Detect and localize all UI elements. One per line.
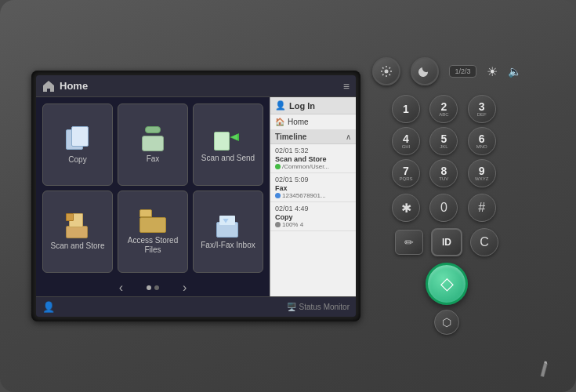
- entry-0-detail-text: /Common/User...: [282, 163, 329, 170]
- key-9[interactable]: 9 WXYZ: [468, 159, 496, 187]
- scan-store-icon: [64, 213, 91, 238]
- sidebar-entry-2[interactable]: 02/01 4:49 Copy 100% 4: [270, 202, 356, 231]
- gear-icon: [380, 65, 393, 78]
- key-1-number: 1: [403, 103, 409, 114]
- entry-1-detail: 12345678901...: [275, 192, 351, 199]
- key-star[interactable]: ✱: [392, 194, 420, 222]
- key-6-letters: MNO: [476, 144, 487, 149]
- entry-1-name: Fax: [275, 184, 351, 192]
- svg-marker-1: [231, 134, 237, 140]
- scan-send-icon: [214, 127, 242, 151]
- svg-point-2: [385, 70, 389, 74]
- keypad-area: 1/2/3 ☀ 🔈 1 2 ABC 3 DEF 4 GHI: [360, 49, 533, 343]
- menu-icon[interactable]: ≡: [343, 80, 350, 93]
- stop-button[interactable]: ⬡: [434, 310, 459, 335]
- sidebar-panel: 👤 Log In 🏠 Home Timeline ∧ 02/01 5:32 Sc…: [270, 97, 356, 296]
- tile-scan-send[interactable]: Scan and Send: [193, 103, 263, 186]
- tile-access-stored-label: Access Stored Files: [118, 236, 187, 255]
- person-icon: 👤: [275, 100, 286, 111]
- id-button[interactable]: ID: [431, 228, 462, 256]
- key-3-letters: DEF: [477, 112, 487, 117]
- key-5[interactable]: 5 JKL: [429, 127, 458, 155]
- power-button[interactable]: [411, 57, 439, 85]
- entry-0-dot: [275, 164, 281, 169]
- key-2[interactable]: 2 ABC: [429, 95, 458, 123]
- screen: Home ≡ Cop: [36, 75, 356, 317]
- key-3-number: 3: [479, 101, 485, 112]
- key-7-number: 7: [403, 165, 409, 176]
- tile-row-2: Scan and Store Access Stored Files: [42, 191, 263, 273]
- tile-access-stored[interactable]: Access Stored Files: [118, 191, 188, 273]
- header-title: Home: [60, 80, 343, 92]
- special-keys: ✱ 0 #: [392, 194, 502, 222]
- volume-icon: 🔈: [508, 65, 521, 78]
- entry-2-name: Copy: [275, 213, 351, 221]
- tile-copy[interactable]: Copy: [42, 103, 113, 186]
- entry-1-time: 02/01 5:09: [275, 176, 351, 183]
- screen-footer: 👤 🖥️ Status Monitor: [36, 296, 356, 317]
- key-8[interactable]: 8 TUV: [429, 159, 458, 187]
- nav-next-arrow[interactable]: ›: [175, 281, 194, 295]
- key-7[interactable]: 7 PQRS: [392, 159, 420, 187]
- start-icon: ◇: [440, 274, 454, 294]
- tile-grid: Copy Fax: [36, 97, 270, 279]
- entry-2-time: 02/01 4:49: [275, 205, 351, 212]
- keypad-top-row: 1/2/3 ☀ 🔈: [372, 57, 521, 85]
- key-hash[interactable]: #: [468, 194, 496, 222]
- tile-scan-store-label: Scan and Store: [51, 241, 105, 251]
- start-button[interactable]: ◇: [426, 263, 468, 305]
- tile-scan-store[interactable]: Scan and Store: [42, 191, 113, 273]
- sidebar-entry-1[interactable]: 02/01 5:09 Fax 12345678901...: [270, 173, 356, 202]
- entry-0-detail: /Common/User...: [275, 163, 351, 170]
- printer-body: Home ≡ Cop: [0, 0, 576, 392]
- login-label: Log In: [289, 101, 315, 111]
- entry-1-dot: [275, 193, 281, 198]
- nav-prev-arrow[interactable]: ‹: [111, 281, 131, 295]
- key-4[interactable]: 4 GHI: [392, 127, 420, 155]
- status-monitor-label: Status Monitor: [299, 303, 350, 311]
- settings-button[interactable]: [372, 57, 400, 85]
- entry-1-detail-text: 12345678901...: [282, 192, 326, 199]
- moon-icon: [418, 65, 431, 78]
- tile-fax[interactable]: Fax: [118, 103, 188, 186]
- pencil-button[interactable]: ✏: [395, 230, 423, 255]
- key-5-letters: JKL: [440, 144, 447, 149]
- nav-dot-1: [147, 285, 151, 290]
- key-7-letters: PQRS: [399, 176, 412, 181]
- tile-scan-send-label: Scan and Send: [201, 154, 255, 163]
- tile-fax-inbox-label: Fax/I-Fax Inbox: [201, 241, 255, 250]
- sidebar-timeline-header: Timeline ∧: [270, 130, 356, 144]
- nav-dot-2: [154, 285, 159, 290]
- sidebar-entry-0[interactable]: 02/01 5:32 Scan and Store /Common/User..…: [270, 144, 356, 173]
- screen-header: Home ≡: [36, 75, 356, 97]
- collapse-icon[interactable]: ∧: [346, 132, 351, 141]
- bottom-decoration: [533, 358, 556, 383]
- sidebar-home[interactable]: 🏠 Home: [270, 114, 356, 130]
- entry-2-detail: 100% 4: [275, 221, 351, 228]
- screen-container: Home ≡ Cop: [31, 71, 360, 321]
- entry-0-name: Scan and Store: [275, 155, 351, 163]
- key-2-number: 2: [440, 101, 447, 112]
- copy-icon: [64, 125, 91, 152]
- entry-2-dot: [275, 222, 281, 227]
- tile-fax-inbox[interactable]: Fax/I-Fax Inbox: [193, 191, 263, 273]
- start-stop-area: ◇ ⬡: [426, 263, 468, 335]
- clear-button[interactable]: C: [470, 228, 498, 256]
- key-3[interactable]: 3 DEF: [468, 95, 496, 123]
- key-1[interactable]: 1: [392, 95, 420, 123]
- brightness-icon: ☀: [487, 64, 498, 79]
- status-indicator: 1/2/3: [449, 65, 476, 78]
- access-stored-icon: [139, 209, 166, 233]
- user-icon: 👤: [42, 301, 55, 313]
- key-4-number: 4: [403, 133, 409, 144]
- clear-label: C: [480, 235, 489, 249]
- monitor-icon: 🖥️: [287, 303, 296, 311]
- status-monitor-button[interactable]: 🖥️ Status Monitor: [287, 303, 350, 311]
- tile-copy-label: Copy: [68, 155, 86, 165]
- num-keypad: 1 2 ABC 3 DEF 4 GHI 5 JKL 6 MNO: [392, 95, 502, 187]
- key-5-number: 5: [440, 133, 447, 144]
- key-0[interactable]: 0: [429, 194, 458, 222]
- screen-content: Copy Fax: [36, 97, 356, 296]
- sidebar-login[interactable]: 👤 Log In: [270, 97, 356, 114]
- key-6[interactable]: 6 MNO: [468, 127, 496, 155]
